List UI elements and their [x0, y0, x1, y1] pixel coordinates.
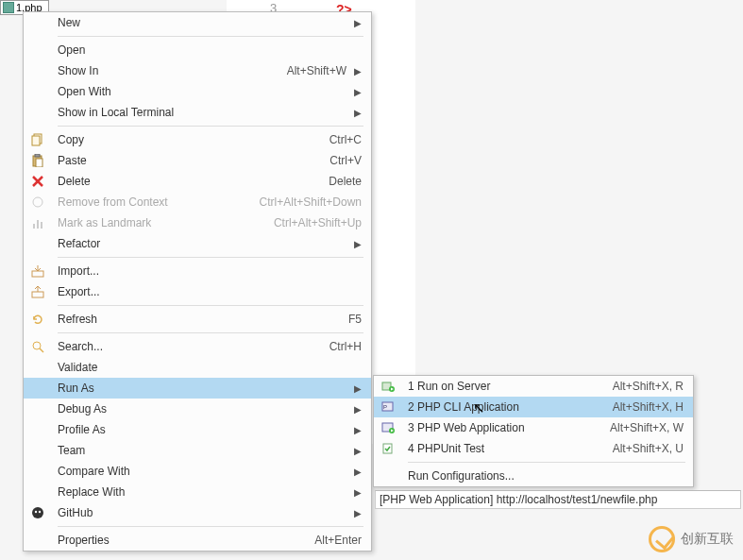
blank-icon	[29, 443, 46, 458]
menu-validate[interactable]: Validate	[24, 357, 371, 378]
menu-label: Mark as Landmark	[58, 216, 262, 229]
blank-icon	[29, 105, 46, 120]
shortcut: Ctrl+C	[329, 133, 362, 146]
menu-label: Refresh	[58, 313, 337, 326]
menu-profile-as[interactable]: Profile As ▶	[24, 419, 371, 440]
menu-remove-context: Remove from Context Ctrl+Alt+Shift+Down	[24, 192, 371, 212]
status-text: [PHP Web Application] http://localhost/t…	[380, 493, 657, 506]
blank-icon	[29, 42, 46, 58]
separator	[58, 126, 363, 127]
svg-rect-3	[35, 154, 40, 157]
separator	[408, 462, 685, 463]
menu-refactor[interactable]: Refactor ▶	[24, 233, 371, 254]
menu-delete[interactable]: Delete Delete	[24, 171, 371, 192]
shortcut: Ctrl+H	[329, 340, 362, 353]
chevron-right-icon: ▶	[354, 467, 362, 477]
submenu-label: 1 Run on Server	[408, 380, 601, 393]
menu-search[interactable]: Search... Ctrl+H	[24, 336, 371, 357]
menu-label: Compare With	[58, 465, 346, 478]
menu-label: Paste	[58, 154, 318, 167]
shortcut: Alt+Shift+X, R	[613, 380, 684, 393]
menu-label: Team	[58, 444, 346, 457]
menu-label: Run As	[58, 382, 346, 395]
menu-refresh[interactable]: Refresh F5	[24, 309, 371, 330]
menu-compare-with[interactable]: Compare With ▶	[24, 461, 371, 482]
context-menu: New ▶ Open Show In Alt+Shift+W ▶ Open Wi…	[23, 11, 372, 552]
menu-import[interactable]: Import...	[24, 261, 371, 281]
watermark-icon	[649, 526, 675, 552]
run-as-submenu: 1 Run on Server Alt+Shift+X, R P 2 PHP C…	[373, 375, 694, 487]
svg-rect-9	[37, 220, 39, 229]
shortcut: Ctrl+V	[329, 154, 362, 167]
remove-context-icon	[29, 195, 46, 210]
blank-icon	[29, 533, 46, 548]
menu-label: Refactor	[58, 237, 346, 250]
status-bar: [PHP Web Application] http://localhost/t…	[375, 490, 741, 509]
blank-icon	[380, 468, 397, 484]
svg-rect-8	[33, 224, 35, 229]
submenu-php-cli[interactable]: P 2 PHP CLI Application Alt+Shift+X, H	[374, 397, 693, 417]
svg-rect-11	[32, 271, 43, 277]
import-icon	[29, 263, 46, 279]
menu-label: Remove from Context	[58, 195, 248, 209]
menu-show-in[interactable]: Show In Alt+Shift+W ▶	[24, 60, 371, 81]
separator	[58, 257, 363, 258]
php-web-icon	[380, 420, 397, 435]
svg-rect-12	[32, 292, 43, 297]
landmark-icon	[29, 215, 46, 230]
menu-label: Copy	[58, 133, 318, 146]
github-icon	[29, 505, 46, 520]
menu-label: Import...	[58, 264, 362, 278]
shortcut: Alt+Shift+W	[287, 64, 346, 77]
shortcut: Ctrl+Alt+Shift+Up	[274, 216, 362, 229]
blank-icon	[29, 381, 46, 396]
submenu-phpunit[interactable]: 4 PHPUnit Test Alt+Shift+X, U	[374, 438, 693, 459]
svg-point-13	[33, 342, 41, 349]
menu-debug-as[interactable]: Debug As ▶	[24, 399, 371, 419]
menu-label: Replace With	[58, 485, 346, 499]
menu-copy[interactable]: Copy Ctrl+C	[24, 129, 371, 150]
phpunit-icon	[380, 441, 397, 456]
blank-icon	[29, 236, 46, 251]
menu-open[interactable]: Open	[24, 40, 371, 60]
menu-team[interactable]: Team ▶	[24, 440, 371, 461]
blank-icon	[29, 401, 46, 416]
export-icon	[29, 284, 46, 299]
menu-github[interactable]: GitHub ▶	[24, 502, 371, 523]
blank-icon	[29, 63, 46, 78]
svg-point-17	[39, 511, 41, 513]
menu-new[interactable]: New ▶	[24, 12, 371, 33]
watermark-text: 创新互联	[681, 531, 734, 548]
menu-replace-with[interactable]: Replace With ▶	[24, 482, 371, 502]
svg-point-16	[35, 511, 37, 513]
refresh-icon	[29, 312, 46, 327]
shortcut: Alt+Shift+X, U	[613, 442, 684, 455]
blank-icon	[29, 15, 46, 30]
menu-paste[interactable]: Paste Ctrl+V	[24, 150, 371, 171]
menu-properties[interactable]: Properties Alt+Enter	[24, 530, 371, 551]
svg-rect-1	[32, 136, 40, 145]
submenu-run-on-server[interactable]: 1 Run on Server Alt+Shift+X, R	[374, 376, 693, 397]
menu-label: GitHub	[58, 506, 346, 519]
menu-label: Open	[58, 43, 362, 57]
menu-show-local-terminal[interactable]: Show in Local Terminal ▶	[24, 102, 371, 123]
menu-label: Delete	[58, 175, 317, 188]
menu-label: Profile As	[58, 423, 346, 436]
delete-icon	[29, 174, 46, 189]
menu-label: New	[58, 16, 346, 29]
chevron-right-icon: ▶	[354, 446, 362, 456]
submenu-run-configs[interactable]: Run Configurations...	[374, 466, 693, 486]
menu-label: Export...	[58, 285, 362, 298]
submenu-label: 4 PHPUnit Test	[408, 442, 601, 455]
svg-point-7	[33, 197, 42, 207]
submenu-php-web[interactable]: 3 PHP Web Application Alt+Shift+X, W	[374, 417, 693, 438]
blank-icon	[29, 484, 46, 500]
separator	[58, 305, 363, 306]
menu-open-with[interactable]: Open With ▶	[24, 81, 371, 102]
menu-export[interactable]: Export...	[24, 281, 371, 302]
blank-icon	[29, 422, 46, 437]
svg-rect-10	[41, 222, 42, 229]
submenu-label: 2 PHP CLI Application	[408, 400, 601, 414]
menu-run-as[interactable]: Run As ▶	[24, 378, 371, 399]
shortcut: Ctrl+Alt+Shift+Down	[260, 195, 362, 209]
